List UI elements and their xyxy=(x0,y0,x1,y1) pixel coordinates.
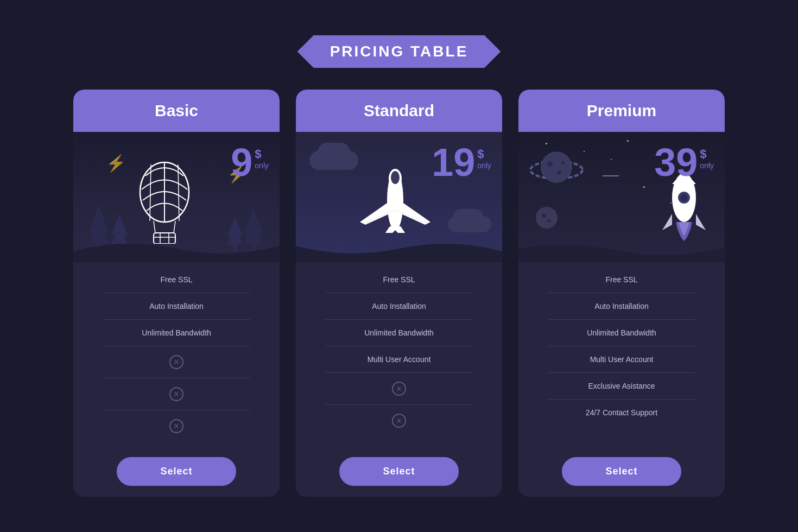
select-button-premium[interactable]: Select xyxy=(562,457,681,486)
divider-p2 xyxy=(548,319,695,320)
divider-s5 xyxy=(325,404,473,405)
card-features-basic: Free SSL Auto Installation Unlimited Ban… xyxy=(73,262,280,446)
x-circle-icon-s2: ✕ xyxy=(392,414,406,428)
divider-s3 xyxy=(325,346,473,346)
price-dollar-premium: $ xyxy=(700,147,714,161)
svg-point-35 xyxy=(547,219,550,223)
feature-standard-disabled-2: ✕ xyxy=(307,414,491,428)
card-footer-standard: Select xyxy=(296,446,502,497)
card-illustration-basic: ⚡ ⚡ xyxy=(73,132,280,262)
divider-5 xyxy=(103,410,250,410)
comet-icon xyxy=(603,170,619,180)
svg-point-34 xyxy=(542,213,546,218)
divider-p4 xyxy=(548,372,695,373)
card-features-standard: Free SSL Auto Installation Unlimited Ban… xyxy=(296,262,502,446)
feature-basic-disabled-2: ✕ xyxy=(84,387,269,401)
card-header-basic: Basic xyxy=(73,90,280,132)
svg-point-24 xyxy=(391,171,400,184)
svg-point-30 xyxy=(547,161,553,167)
star-3 xyxy=(627,140,629,142)
feature-standard-2: Auto Installation xyxy=(307,302,491,311)
feature-basic-3: Unlimited Bandwidth xyxy=(84,328,269,337)
price-only-basic: only xyxy=(255,161,269,170)
price-number-premium: 39 xyxy=(654,143,698,182)
ground-wave-standard xyxy=(296,235,502,262)
star-4 xyxy=(611,159,612,160)
divider-s1 xyxy=(325,293,473,293)
small-planet-icon xyxy=(535,206,559,232)
price-dollar-standard: $ xyxy=(477,147,491,161)
cloud-icon-4 xyxy=(453,209,483,224)
svg-line-17 xyxy=(174,221,175,233)
card-footer-basic: Select xyxy=(73,446,280,497)
cards-container: Basic ⚡ ⚡ xyxy=(73,90,725,497)
card-illustration-premium: 39 $ only xyxy=(518,132,725,262)
ground-wave-premium xyxy=(518,235,725,262)
lightning-icon-1: ⚡ xyxy=(106,154,126,173)
cloud-icon-2 xyxy=(318,143,350,162)
svg-point-31 xyxy=(557,170,561,175)
card-header-premium: Premium xyxy=(518,90,725,132)
divider-p5 xyxy=(548,399,695,400)
x-circle-icon-2: ✕ xyxy=(169,387,183,401)
price-display-standard: 19 $ only xyxy=(432,143,491,182)
star-6 xyxy=(643,186,645,188)
feature-standard-disabled-1: ✕ xyxy=(307,382,491,396)
card-standard: Standard xyxy=(296,90,502,497)
card-title-standard: Standard xyxy=(308,102,490,120)
select-button-standard[interactable]: Select xyxy=(339,457,458,486)
feature-basic-2: Auto Installation xyxy=(84,302,269,311)
price-display-basic: 9 $ only xyxy=(231,143,269,182)
x-circle-icon-s1: ✕ xyxy=(392,382,406,396)
svg-line-16 xyxy=(154,221,155,233)
divider-s4 xyxy=(325,372,473,373)
card-basic: Basic ⚡ ⚡ xyxy=(73,90,280,497)
feature-basic-disabled-1: ✕ xyxy=(84,355,269,369)
feature-standard-4: Multi User Account xyxy=(307,355,491,364)
divider-1 xyxy=(103,293,250,293)
feature-standard-3: Unlimited Bandwidth xyxy=(307,328,491,337)
price-only-standard: only xyxy=(477,161,491,170)
price-number-basic: 9 xyxy=(231,143,252,182)
price-number-standard: 19 xyxy=(432,143,475,182)
page-title: PRICING TABLE xyxy=(330,43,468,60)
svg-point-39 xyxy=(680,194,688,201)
card-premium: Premium xyxy=(518,90,725,497)
feature-premium-2: Auto Installation xyxy=(529,302,714,311)
card-footer-premium: Select xyxy=(518,446,725,497)
divider-p3 xyxy=(548,346,695,346)
balloon-icon xyxy=(135,157,194,246)
card-title-premium: Premium xyxy=(530,102,713,120)
divider-3 xyxy=(103,346,250,346)
divider-2 xyxy=(103,319,250,320)
svg-point-32 xyxy=(561,161,565,164)
divider-s2 xyxy=(325,319,473,320)
feature-premium-1: Free SSL xyxy=(529,275,714,284)
card-features-premium: Free SSL Auto Installation Unlimited Ban… xyxy=(518,262,725,446)
star-1 xyxy=(546,143,547,144)
divider-4 xyxy=(103,378,250,378)
page-title-container: PRICING TABLE xyxy=(297,35,501,68)
feature-premium-6: 24/7 Contact Support xyxy=(529,408,714,417)
feature-premium-3: Unlimited Bandwidth xyxy=(529,328,714,337)
price-display-premium: 39 $ only xyxy=(654,143,714,182)
feature-premium-4: Multi User Account xyxy=(529,355,714,364)
price-dollar-basic: $ xyxy=(255,147,269,161)
x-circle-icon-1: ✕ xyxy=(169,355,183,369)
select-button-basic[interactable]: Select xyxy=(117,457,236,486)
x-circle-icon-3: ✕ xyxy=(169,419,183,433)
price-only-premium: only xyxy=(700,161,714,170)
airplane-icon xyxy=(357,168,433,235)
planet-icon xyxy=(529,145,584,191)
feature-standard-1: Free SSL xyxy=(307,275,491,284)
card-header-standard: Standard xyxy=(296,90,502,132)
feature-basic-1: Free SSL xyxy=(84,275,269,284)
svg-point-33 xyxy=(536,207,558,229)
card-title-basic: Basic xyxy=(85,102,268,120)
star-2 xyxy=(584,151,585,152)
divider-p1 xyxy=(548,293,695,293)
card-illustration-standard: 19 $ only xyxy=(296,132,502,262)
feature-basic-disabled-3: ✕ xyxy=(84,419,269,433)
svg-rect-18 xyxy=(154,233,175,244)
feature-premium-5: Exclusive Asistance xyxy=(529,382,714,390)
